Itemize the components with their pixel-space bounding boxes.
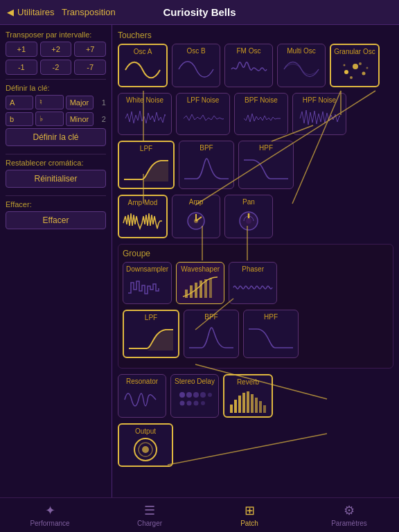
bottom-tabs: ✦ Performance ☰ Charger ⊞ Patch ⚙ Paramè… — [0, 497, 399, 532]
bpf-noise-module[interactable]: BPF Noise — [234, 93, 288, 135]
back-icon[interactable]: ◀ — [7, 7, 14, 17]
fm-osc-waveform — [230, 57, 268, 82]
transpose-positive-buttons: +1 +2 +7 — [6, 42, 106, 57]
granular-osc-visual-svg — [336, 58, 374, 82]
svg-rect-46 — [255, 398, 258, 413]
multi-osc-waveform — [283, 57, 321, 82]
osc-a-module[interactable]: Osc A — [118, 44, 168, 87]
waveshaper-curve — [179, 276, 221, 300]
amp-mod-module[interactable]: Amp Mod — [118, 195, 168, 238]
amp-mod-visual — [122, 208, 163, 234]
svg-rect-44 — [247, 391, 249, 413]
svg-rect-41 — [234, 400, 237, 413]
lpf-filter-module[interactable]: LPF — [118, 141, 175, 189]
tab-charger[interactable]: ☰ Charger — [100, 503, 200, 527]
fm-osc-label: FM Osc — [237, 47, 261, 55]
white-noise-waveform — [124, 108, 166, 129]
svg-point-32 — [186, 392, 192, 398]
tab-parametres[interactable]: ⚙ Paramètres — [299, 503, 399, 527]
white-noise-module[interactable]: White Noise — [118, 93, 172, 135]
key-num2: 2 — [96, 115, 106, 123]
tab-performance[interactable]: ✦ Performance — [0, 503, 100, 527]
granular-osc-module[interactable]: Granular Osc — [330, 44, 380, 87]
charger-tab-label: Charger — [137, 520, 162, 527]
downsampler-module[interactable]: Downsampler — [123, 262, 172, 304]
patch-icon: ⊞ — [245, 503, 255, 518]
stereo-delay-label: Stereo Delay — [175, 378, 215, 385]
filter-row1: LPF BPF HPF — [118, 141, 393, 189]
osc-a-label: Osc A — [134, 48, 152, 55]
nav-label[interactable]: Utilitaires Transposition — [17, 7, 116, 17]
key-note2-select[interactable]: b — [6, 112, 33, 126]
transpose-plus2-button[interactable]: +2 — [40, 42, 72, 57]
transpose-minus7-button[interactable]: -7 — [74, 60, 106, 75]
header: ◀ Utilitaires Transposition Curiosity Be… — [0, 0, 399, 25]
transpose-minus1-button[interactable]: -1 — [6, 60, 37, 75]
amp-module[interactable]: Amp — [172, 195, 220, 238]
output-module[interactable]: Output — [118, 423, 173, 467]
svg-point-37 — [187, 401, 192, 406]
svg-point-16 — [366, 66, 368, 69]
group-module-row: Downsampler Waveshaper — [123, 262, 389, 304]
stereo-delay-module[interactable]: Stereo Delay — [170, 374, 219, 418]
transpose-minus2-button[interactable]: -2 — [40, 60, 72, 75]
patch-tab-label: Patch — [240, 520, 258, 527]
lpf-noise-module[interactable]: LPF Noise — [176, 93, 230, 135]
tab-patch[interactable]: ⊞ Patch — [200, 503, 299, 527]
svg-rect-43 — [242, 393, 245, 413]
key-mode-select[interactable]: Major — [66, 96, 94, 109]
reverb-module[interactable]: Reverb — [223, 374, 273, 418]
hpf-noise-module[interactable]: HPF Noise — [292, 93, 346, 135]
lpf2-filter-curve — [127, 324, 175, 353]
divider1 — [6, 79, 106, 80]
page-title: Curiosity Bells — [163, 6, 236, 18]
waveshaper-module[interactable]: Waveshaper — [176, 262, 224, 304]
hpf2-filter-module[interactable]: HPF — [243, 310, 299, 358]
svg-point-15 — [359, 62, 362, 65]
fm-osc-module[interactable]: FM Osc — [224, 44, 273, 87]
reset-button[interactable]: Réinitialiser — [6, 170, 106, 188]
parametres-tab-label: Paramètres — [331, 520, 367, 527]
bpf-filter-module[interactable]: BPF — [179, 141, 234, 189]
main-content: Touchers Osc A Osc B FM — [112, 25, 399, 497]
phaser-module[interactable]: Phaser — [229, 262, 277, 304]
fm-osc-visual — [228, 56, 269, 82]
hpf-noise-waveform — [299, 108, 340, 129]
downsampler-label: Downsampler — [126, 265, 168, 273]
svg-rect-28 — [200, 281, 202, 298]
transpose-label: Transposer par intervalle: — [6, 30, 106, 39]
amp-knob — [177, 209, 215, 233]
multi-osc-visual — [281, 56, 322, 82]
key-accidental2-select[interactable]: ♭ — [35, 112, 63, 126]
touchers-title: Touchers — [118, 30, 393, 40]
bpf-visual — [182, 153, 231, 184]
transposition-label: Transposition — [62, 7, 116, 17]
svg-point-38 — [194, 401, 199, 406]
osc-b-module[interactable]: Osc B — [172, 44, 220, 87]
granular-osc-label: Granular Osc — [334, 48, 375, 55]
amp-row: Amp Mod Amp — [118, 195, 393, 238]
key-mode2-select[interactable]: Minor — [66, 112, 94, 126]
multi-osc-module[interactable]: Multi Osc — [277, 44, 326, 87]
transpose-plus1-button[interactable]: +1 — [6, 42, 37, 57]
pan-module[interactable]: Pan — [224, 195, 273, 238]
hpf-filter-module[interactable]: HPF — [238, 141, 294, 189]
key-row1: A ♮ Major 1 — [6, 95, 106, 109]
svg-point-14 — [350, 76, 353, 79]
svg-rect-40 — [230, 405, 233, 413]
resonator-module[interactable]: Resonator — [118, 374, 166, 418]
key-note-select[interactable]: A — [6, 96, 33, 109]
parametres-icon: ⚙ — [344, 503, 355, 518]
svg-rect-42 — [238, 396, 241, 413]
key-accidental-select[interactable]: ♮ — [35, 95, 63, 109]
lpf2-filter-module[interactable]: LPF — [123, 310, 179, 358]
divider3 — [6, 195, 106, 196]
define-key-button[interactable]: Définir la clé — [6, 128, 106, 146]
svg-point-31 — [179, 392, 185, 398]
svg-rect-47 — [259, 401, 262, 413]
amp-visual — [175, 207, 217, 233]
clear-button[interactable]: Effacer — [6, 211, 106, 229]
bpf2-filter-module[interactable]: BPF — [184, 310, 239, 358]
transpose-plus7-button[interactable]: +7 — [74, 42, 106, 57]
amp-label: Amp — [189, 198, 204, 206]
